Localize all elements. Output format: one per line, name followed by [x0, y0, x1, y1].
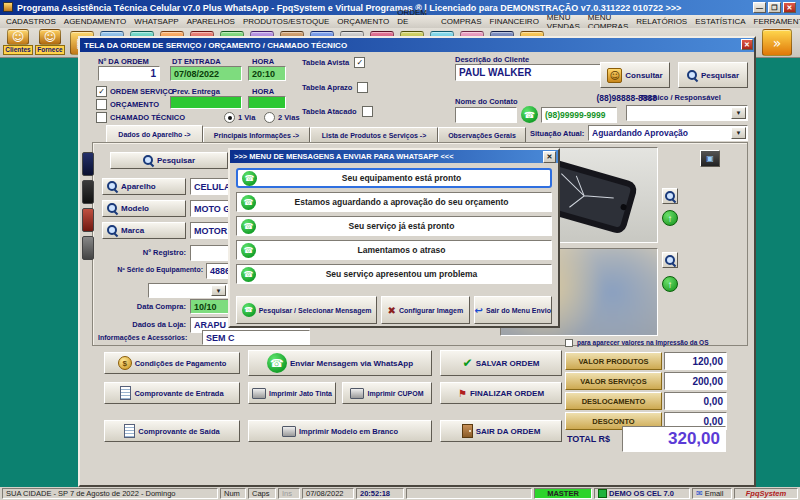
via1-radio[interactable]: 1 Via: [224, 112, 255, 123]
chevron-down-icon[interactable]: ▼: [731, 107, 746, 119]
status-user-badge: MASTER: [534, 488, 592, 499]
whatsapp-icon[interactable]: [521, 106, 538, 123]
comprovante-saida-button[interactable]: Comprovante de Saída: [104, 420, 240, 442]
orcamento-checkbox[interactable]: ORÇAMENTO: [96, 99, 159, 110]
print-values-checkbox[interactable]: [565, 339, 573, 347]
client-name-field[interactable]: PAUL WALKER: [455, 64, 617, 81]
checkbox-icon: [357, 82, 368, 93]
menu-item[interactable]: COMPRAS: [437, 17, 485, 26]
device-thumbnail[interactable]: [82, 152, 94, 176]
menu-item[interactable]: PRODUTOS/ESTOQUE: [239, 17, 333, 26]
finalizar-ordem-button[interactable]: FINALIZAR ORDEM: [440, 382, 562, 404]
status-caps: Caps: [248, 488, 276, 499]
tab-principais-informacoes[interactable]: Principais Informações ->: [203, 127, 310, 142]
tab-lista-produtos-servicos[interactable]: Lista de Produtos e Serviços ->: [310, 127, 438, 142]
toolbar-clientes-button[interactable]: ☺ Clientes: [3, 29, 33, 55]
prev-entrega-field[interactable]: [170, 96, 242, 109]
entry-date-field[interactable]: 07/08/2022: [170, 66, 242, 81]
menu-item[interactable]: ESTATÍSTICA: [691, 17, 749, 26]
sair-menu-envio-button[interactable]: Sair do Menu Envio: [474, 296, 552, 324]
tecnico-combobox[interactable]: ▼: [626, 105, 748, 121]
info-acessorios-field[interactable]: SEM C: [202, 330, 310, 345]
status-time: 20:52:18: [356, 488, 404, 499]
device-thumbnail[interactable]: [82, 208, 94, 232]
dialog-close-icon[interactable]: ✕: [543, 151, 556, 163]
menu-item[interactable]: RELATÓRIOS: [632, 17, 691, 26]
statusbar: SUA CIDADE - SP 7 de Agosto de 2022 - Do…: [0, 487, 800, 500]
condicoes-pagamento-button[interactable]: Condições de Pagamento: [104, 352, 240, 374]
modelo-button[interactable]: Modelo: [102, 200, 186, 217]
order-window-close-icon[interactable]: ✕: [741, 39, 753, 50]
document-icon: [120, 386, 131, 400]
chevron-down-icon[interactable]: ▼: [211, 285, 226, 296]
configurar-imagem-button[interactable]: Configurar Imagem: [381, 296, 469, 324]
consultar-button[interactable]: Consultar: [600, 62, 670, 88]
order-number-field[interactable]: 1: [98, 66, 160, 81]
menu-item[interactable]: ORÇAMENTO: [333, 17, 393, 26]
zoom-in-icon-2[interactable]: [662, 252, 678, 268]
back-arrow-icon: [475, 305, 483, 316]
zoom-in-icon[interactable]: [662, 188, 678, 204]
whatsapp-message-item[interactable]: Seu equipamento está pronto: [236, 168, 552, 188]
search-icon: [107, 203, 118, 214]
consult-icon: [607, 68, 622, 83]
imprimir-jato-button[interactable]: Imprimir Jato Tinta: [248, 382, 336, 404]
device-combobox[interactable]: ▼: [148, 283, 228, 298]
entry-hour-field[interactable]: 20:10: [248, 66, 286, 81]
pesquisar-mensagem-button[interactable]: Pesquisar / Selecionar Mensagem: [236, 296, 377, 324]
total-value: 120,00: [664, 352, 727, 370]
device-thumbnail[interactable]: [82, 180, 94, 204]
toolbar-fornecedores-button[interactable]: ☺ Fornece: [35, 29, 65, 55]
menu-item[interactable]: APARELHOS: [183, 17, 239, 26]
configure-icon: [388, 305, 396, 316]
tabela-aprazo-checkbox[interactable]: Tabela Aprazo: [302, 82, 368, 93]
status-num: Num: [220, 488, 246, 499]
tab-dados-aparelho[interactable]: Dados do Aparelho ->: [106, 125, 203, 142]
comprovante-entrada-button[interactable]: Comprovante de Entrada: [104, 382, 240, 404]
whatsapp-message-item[interactable]: Lamentamos o atraso: [236, 240, 552, 260]
aparelho-button[interactable]: Aparelho: [102, 178, 186, 195]
menu-item[interactable]: CADASTROS: [2, 17, 60, 26]
desktop: Programa Assistência Técnica Celular v7.…: [0, 0, 800, 500]
device-thumbnail[interactable]: [82, 236, 94, 260]
menu-item[interactable]: FINANCEIRO: [486, 17, 543, 26]
tabela-atacado-checkbox[interactable]: Tabela Atacado: [302, 106, 373, 117]
salvar-ordem-button[interactable]: SALVAR ORDEM: [440, 350, 562, 376]
tabela-avista-checkbox[interactable]: Tabela Avista: [302, 57, 365, 68]
upload-photo-icon-2[interactable]: [662, 276, 678, 292]
situacao-combobox[interactable]: Aguardando Aprovação ▼: [588, 125, 748, 141]
status-email[interactable]: ✉ Email: [692, 488, 732, 499]
device-pesquisar-button[interactable]: Pesquisar: [110, 152, 228, 169]
sair-ordem-button[interactable]: SAIR DA ORDEM: [440, 420, 562, 442]
prev-hora-field[interactable]: [248, 96, 286, 109]
tab-observacoes-gerais[interactable]: Observações Gerais: [438, 127, 526, 142]
pesquisar-button[interactable]: Pesquisar: [678, 62, 748, 88]
whatsapp-message-item[interactable]: Seu serviço apresentou um problema: [236, 264, 552, 284]
menu-item[interactable]: AGENDAMENTO: [60, 17, 131, 26]
enviar-whatsapp-button[interactable]: Enviar Mensagem via WhatsApp: [248, 350, 432, 376]
imprimir-modelo-branco-button[interactable]: Imprimir Modelo em Branco: [248, 420, 432, 442]
check-icon: [463, 356, 473, 370]
whatsapp-message-item[interactable]: Seu serviço já está pronto: [236, 216, 552, 236]
camera-icon[interactable]: ▣: [700, 150, 720, 167]
contact-field[interactable]: [455, 107, 517, 123]
total-label: DESLOCAMENTO: [565, 392, 662, 410]
ordem-servico-checkbox[interactable]: ORDEM SERVIÇO: [96, 86, 174, 97]
phone2-field[interactable]: (98)99999-9999: [541, 107, 617, 123]
via2-radio[interactable]: 2 Vias: [264, 112, 300, 123]
whatsapp-message-dialog: >>> MENU DE MENSAGENS A ENVIAR PARA WHAT…: [228, 148, 560, 328]
client-label: Descrição do Cliente: [455, 55, 529, 64]
upload-photo-icon[interactable]: [662, 210, 678, 226]
exit-icon[interactable]: »: [762, 29, 792, 56]
chevron-down-icon[interactable]: ▼: [731, 127, 746, 139]
whatsapp-message-item[interactable]: Estamos aguardando a aprovação do seu or…: [236, 192, 552, 212]
clients-icon: ☺: [7, 29, 29, 45]
chamado-tecnico-checkbox[interactable]: CHAMADO TÉCNICO: [96, 112, 185, 123]
imprimir-cupom-button[interactable]: Imprimir CUPOM: [342, 382, 432, 404]
search-icon: [687, 70, 698, 81]
menu-item[interactable]: WHATSAPP: [130, 17, 182, 26]
total-value: 200,00: [664, 372, 727, 390]
dialog-title: >>> MENU DE MENSAGENS A ENVIAR PARA WHAT…: [234, 152, 454, 161]
menu-item[interactable]: FERRAMENTAS: [750, 17, 800, 26]
marca-button[interactable]: Marca: [102, 222, 186, 239]
